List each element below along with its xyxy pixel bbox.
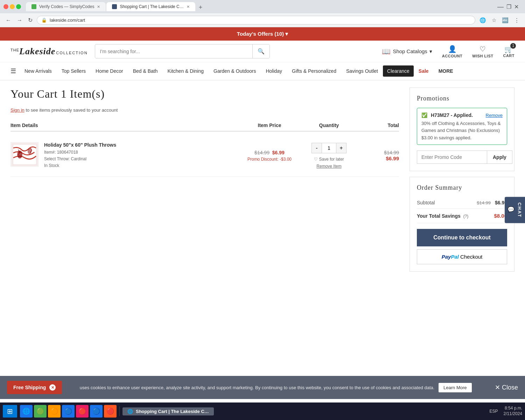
nav-bed-bath[interactable]: Bed & Bath <box>128 63 163 79</box>
translate-icon[interactable]: 🌐 <box>478 16 488 25</box>
nav-gifts-personalized[interactable]: Gifts & Personalized <box>287 63 341 79</box>
cart-title: Your Cart 1 Item(s) <box>10 88 399 100</box>
tab-favicon-verify <box>31 4 36 9</box>
paypal-checkout-button[interactable]: PayPal Checkout <box>417 249 507 264</box>
nav-clearance[interactable]: Clearance <box>383 65 414 77</box>
close-window-btn[interactable]: ✕ <box>514 3 519 10</box>
total-original: $14.99 <box>357 150 399 155</box>
window-minimize-btn[interactable] <box>10 4 15 9</box>
sign-in-link[interactable]: Sign in <box>10 107 24 113</box>
nav-top-sellers[interactable]: Top Sellers <box>57 63 91 79</box>
cart-count: 1 <box>510 43 516 49</box>
more-tools-icon[interactable]: ⋮ <box>513 16 521 25</box>
back-button[interactable]: ← <box>4 16 13 25</box>
item-variant: Select Throw: Cardinal <box>44 156 86 161</box>
main-nav: ☰ New Arrivals Top Sellers Home Decor Be… <box>0 62 525 80</box>
sign-in-message: Sign in to see items previously saved to… <box>10 107 399 113</box>
item-image-svg <box>12 143 38 166</box>
site-logo[interactable]: THELakesideCollection <box>10 46 88 57</box>
quantity-minus[interactable]: - <box>312 143 322 153</box>
savings-help-icon[interactable]: (?) <box>463 214 469 219</box>
cart-link[interactable]: 🛒 1 CART <box>503 45 514 58</box>
quantity-plus[interactable]: + <box>336 143 346 153</box>
item-number: Item#: 180647018 <box>44 150 78 155</box>
address-lock-icon: 🔒 <box>41 18 47 23</box>
subtotal-row: Subtotal $14.99 $6.99 <box>417 197 507 209</box>
shop-catalogs-label: Shop Catalogs <box>393 48 427 54</box>
header-item-details: Item Details <box>10 122 238 128</box>
window-close-btn[interactable] <box>4 4 8 9</box>
promo-applied-section: ✅ H73M27 - Applied. Remove 30% off Cloth… <box>417 108 507 145</box>
tab-label-cart: Shopping Cart | The Lakeside C… <box>120 4 183 9</box>
chat-button[interactable]: CHAT 💬 <box>505 197 525 223</box>
promo-remove-link[interactable]: Remove <box>486 113 503 118</box>
promo-check-icon: ✅ <box>421 112 427 118</box>
item-total-cell: $14.99 $6.99 <box>357 150 399 161</box>
cart-header: Item Details Item Price Quantity Total <box>10 120 399 132</box>
nav-kitchen-dining[interactable]: Kitchen & Dining <box>162 63 209 79</box>
wishlist-link[interactable]: ♡ WISH LIST <box>472 45 493 58</box>
remove-item-link[interactable]: Remove Item <box>301 164 357 169</box>
subtotal-original: $14.99 <box>477 200 491 205</box>
nav-sale[interactable]: Sale <box>414 63 434 79</box>
restore-window-btn[interactable]: ❐ <box>506 3 511 10</box>
chat-icon: 💬 <box>507 206 514 214</box>
header-total: Total <box>357 122 399 128</box>
chat-label: CHAT <box>517 202 522 217</box>
promo-discount-label: Promo Discount: <box>247 157 279 162</box>
account-link[interactable]: 👤 ACCOUNT <box>442 45 463 58</box>
order-summary-title: Order Summary <box>417 184 507 191</box>
minimize-window-btn[interactable]: — <box>497 3 504 10</box>
wishlist-label: WISH LIST <box>472 54 493 58</box>
item-details: Holiday 50"x 60" Plush Throws Item#: 180… <box>10 142 238 169</box>
promo-input-row: Apply <box>417 150 507 164</box>
search-input[interactable] <box>95 45 252 58</box>
item-stock: In Stock <box>44 163 59 168</box>
promo-description: 30% off Clothing & Accessories, Toys & G… <box>421 120 503 134</box>
account-label: ACCOUNT <box>442 54 463 58</box>
header-actions: 📖 Shop Catalogs ▾ 👤 ACCOUNT ♡ WISH LIST … <box>382 45 514 58</box>
extension-icon[interactable]: 🔤 <box>500 16 510 25</box>
header-quantity: Quantity <box>301 122 357 128</box>
catalogs-icon: 📖 <box>382 47 391 56</box>
main-content: Your Cart 1 Item(s) Sign in to see items… <box>0 80 525 290</box>
promo-apply-button[interactable]: Apply <box>487 150 512 164</box>
checkout-button[interactable]: Continue to checkout <box>417 229 507 246</box>
tab-close-verify[interactable]: ✕ <box>97 5 100 9</box>
subtotal-prices: $14.99 $6.99 <box>477 200 507 205</box>
search-button[interactable]: 🔍 <box>252 44 270 58</box>
nav-more[interactable]: MORE <box>434 63 458 79</box>
savings-label-text: Your Total Savings <box>417 213 461 219</box>
nav-garden-outdoors[interactable]: Garden & Outdoors <box>209 63 261 79</box>
price-sale: $6.99 <box>272 150 285 155</box>
reload-button[interactable]: ↻ <box>27 15 34 25</box>
promotions-title: Promotions <box>417 95 507 102</box>
window-maximize-btn[interactable] <box>16 4 21 9</box>
nav-holiday[interactable]: Holiday <box>261 63 287 79</box>
nav-home-decor[interactable]: Home Decor <box>91 63 128 79</box>
new-tab-button[interactable]: + <box>196 4 205 11</box>
address-bar[interactable]: 🔒 lakeside.com/cart <box>37 16 475 24</box>
tab-shopping-cart[interactable]: Shopping Cart | The Lakeside C… ✕ <box>106 2 195 11</box>
item-actions: ♡ Save for later Remove Item <box>301 157 357 169</box>
top-banner[interactable]: Today's Offers (10) ▾ <box>0 27 525 41</box>
quantity-input[interactable] <box>322 143 336 153</box>
forward-button[interactable]: → <box>15 16 24 25</box>
bookmark-icon[interactable]: ☆ <box>490 16 498 25</box>
nav-hamburger[interactable]: ☰ <box>7 62 20 80</box>
save-for-later[interactable]: ♡ Save for later <box>301 157 357 162</box>
tab-verify-codes[interactable]: Verify Codes — SimplyCodes ✕ <box>26 2 106 11</box>
tab-label-verify: Verify Codes — SimplyCodes <box>39 4 94 9</box>
item-price-cell: $14.99 $6.99 Promo Discount: -$3.00 <box>238 150 301 162</box>
cart-badge: 🛒 1 <box>504 45 513 54</box>
nav-new-arrivals[interactable]: New Arrivals <box>20 63 57 79</box>
shop-catalogs[interactable]: 📖 Shop Catalogs ▾ <box>382 47 432 56</box>
tab-close-cart[interactable]: ✕ <box>187 5 190 9</box>
nav-savings-outlet[interactable]: Savings Outlet <box>341 63 383 79</box>
wishlist-icon: ♡ <box>479 45 486 53</box>
browser-toolbar: ← → ↻ 🔒 lakeside.com/cart 🌐 ☆ 🔤 ⋮ <box>0 13 525 27</box>
savings-label: Your Total Savings (?) <box>417 213 468 219</box>
promo-code-name: ✅ H73M27 - Applied. <box>421 112 473 118</box>
paypal-logo: PayPal <box>442 254 459 260</box>
promo-code-input[interactable] <box>417 150 487 164</box>
